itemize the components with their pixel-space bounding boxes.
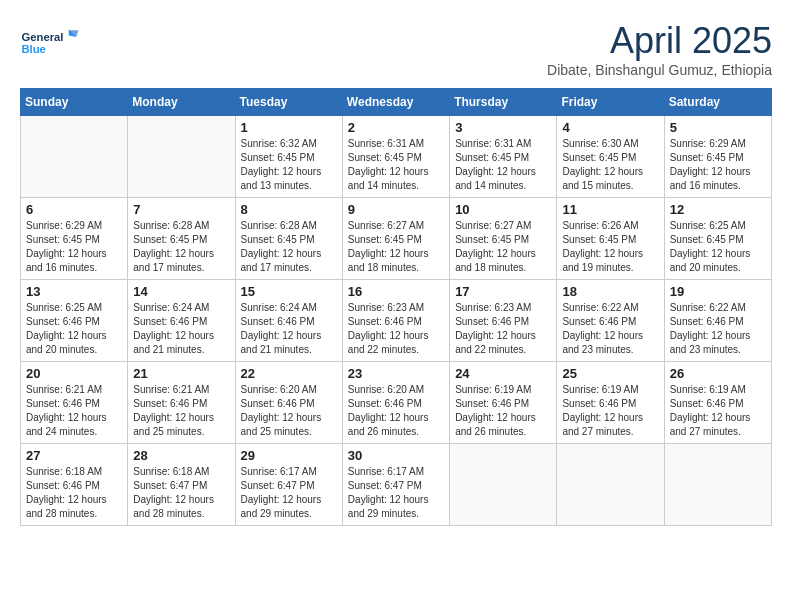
calendar-cell: 3Sunrise: 6:31 AM Sunset: 6:45 PM Daylig… <box>450 116 557 198</box>
calendar-cell: 24Sunrise: 6:19 AM Sunset: 6:46 PM Dayli… <box>450 362 557 444</box>
day-info: Sunrise: 6:25 AM Sunset: 6:45 PM Dayligh… <box>670 219 766 275</box>
svg-text:General: General <box>22 31 64 43</box>
weekday-header: Monday <box>128 89 235 116</box>
day-number: 2 <box>348 120 444 135</box>
day-number: 21 <box>133 366 229 381</box>
day-info: Sunrise: 6:29 AM Sunset: 6:45 PM Dayligh… <box>670 137 766 193</box>
calendar-cell: 18Sunrise: 6:22 AM Sunset: 6:46 PM Dayli… <box>557 280 664 362</box>
day-info: Sunrise: 6:25 AM Sunset: 6:46 PM Dayligh… <box>26 301 122 357</box>
calendar-cell: 14Sunrise: 6:24 AM Sunset: 6:46 PM Dayli… <box>128 280 235 362</box>
calendar-week-row: 6Sunrise: 6:29 AM Sunset: 6:45 PM Daylig… <box>21 198 772 280</box>
calendar-cell: 4Sunrise: 6:30 AM Sunset: 6:45 PM Daylig… <box>557 116 664 198</box>
calendar-cell <box>450 444 557 526</box>
day-info: Sunrise: 6:30 AM Sunset: 6:45 PM Dayligh… <box>562 137 658 193</box>
weekday-header: Thursday <box>450 89 557 116</box>
day-number: 26 <box>670 366 766 381</box>
day-info: Sunrise: 6:19 AM Sunset: 6:46 PM Dayligh… <box>670 383 766 439</box>
day-number: 11 <box>562 202 658 217</box>
day-info: Sunrise: 6:24 AM Sunset: 6:46 PM Dayligh… <box>241 301 337 357</box>
month-title: April 2025 <box>547 20 772 62</box>
calendar-cell: 25Sunrise: 6:19 AM Sunset: 6:46 PM Dayli… <box>557 362 664 444</box>
day-info: Sunrise: 6:23 AM Sunset: 6:46 PM Dayligh… <box>348 301 444 357</box>
day-info: Sunrise: 6:24 AM Sunset: 6:46 PM Dayligh… <box>133 301 229 357</box>
calendar-cell: 16Sunrise: 6:23 AM Sunset: 6:46 PM Dayli… <box>342 280 449 362</box>
day-number: 13 <box>26 284 122 299</box>
weekday-header: Tuesday <box>235 89 342 116</box>
day-info: Sunrise: 6:27 AM Sunset: 6:45 PM Dayligh… <box>455 219 551 275</box>
calendar-cell: 8Sunrise: 6:28 AM Sunset: 6:45 PM Daylig… <box>235 198 342 280</box>
day-number: 27 <box>26 448 122 463</box>
day-number: 17 <box>455 284 551 299</box>
day-number: 14 <box>133 284 229 299</box>
calendar-cell: 9Sunrise: 6:27 AM Sunset: 6:45 PM Daylig… <box>342 198 449 280</box>
day-info: Sunrise: 6:19 AM Sunset: 6:46 PM Dayligh… <box>455 383 551 439</box>
weekday-header: Saturday <box>664 89 771 116</box>
calendar-week-row: 20Sunrise: 6:21 AM Sunset: 6:46 PM Dayli… <box>21 362 772 444</box>
day-number: 9 <box>348 202 444 217</box>
day-number: 6 <box>26 202 122 217</box>
calendar-cell: 22Sunrise: 6:20 AM Sunset: 6:46 PM Dayli… <box>235 362 342 444</box>
day-number: 24 <box>455 366 551 381</box>
page-header: General Blue April 2025 Dibate, Binshang… <box>20 20 772 78</box>
calendar-cell: 17Sunrise: 6:23 AM Sunset: 6:46 PM Dayli… <box>450 280 557 362</box>
calendar-week-row: 13Sunrise: 6:25 AM Sunset: 6:46 PM Dayli… <box>21 280 772 362</box>
calendar-cell: 12Sunrise: 6:25 AM Sunset: 6:45 PM Dayli… <box>664 198 771 280</box>
day-number: 22 <box>241 366 337 381</box>
day-number: 3 <box>455 120 551 135</box>
calendar-cell <box>128 116 235 198</box>
calendar-cell: 1Sunrise: 6:32 AM Sunset: 6:45 PM Daylig… <box>235 116 342 198</box>
day-number: 30 <box>348 448 444 463</box>
calendar-cell: 26Sunrise: 6:19 AM Sunset: 6:46 PM Dayli… <box>664 362 771 444</box>
day-info: Sunrise: 6:21 AM Sunset: 6:46 PM Dayligh… <box>133 383 229 439</box>
day-info: Sunrise: 6:17 AM Sunset: 6:47 PM Dayligh… <box>241 465 337 521</box>
day-info: Sunrise: 6:31 AM Sunset: 6:45 PM Dayligh… <box>348 137 444 193</box>
day-info: Sunrise: 6:17 AM Sunset: 6:47 PM Dayligh… <box>348 465 444 521</box>
day-info: Sunrise: 6:31 AM Sunset: 6:45 PM Dayligh… <box>455 137 551 193</box>
day-info: Sunrise: 6:29 AM Sunset: 6:45 PM Dayligh… <box>26 219 122 275</box>
calendar-cell: 29Sunrise: 6:17 AM Sunset: 6:47 PM Dayli… <box>235 444 342 526</box>
calendar-cell <box>664 444 771 526</box>
day-number: 12 <box>670 202 766 217</box>
day-number: 7 <box>133 202 229 217</box>
day-info: Sunrise: 6:22 AM Sunset: 6:46 PM Dayligh… <box>562 301 658 357</box>
calendar-cell: 2Sunrise: 6:31 AM Sunset: 6:45 PM Daylig… <box>342 116 449 198</box>
day-info: Sunrise: 6:18 AM Sunset: 6:46 PM Dayligh… <box>26 465 122 521</box>
calendar-week-row: 27Sunrise: 6:18 AM Sunset: 6:46 PM Dayli… <box>21 444 772 526</box>
day-info: Sunrise: 6:22 AM Sunset: 6:46 PM Dayligh… <box>670 301 766 357</box>
calendar-cell: 11Sunrise: 6:26 AM Sunset: 6:45 PM Dayli… <box>557 198 664 280</box>
day-info: Sunrise: 6:20 AM Sunset: 6:46 PM Dayligh… <box>241 383 337 439</box>
calendar-cell: 5Sunrise: 6:29 AM Sunset: 6:45 PM Daylig… <box>664 116 771 198</box>
logo: General Blue <box>20 20 80 65</box>
calendar-cell: 28Sunrise: 6:18 AM Sunset: 6:47 PM Dayli… <box>128 444 235 526</box>
weekday-header: Wednesday <box>342 89 449 116</box>
calendar-cell: 7Sunrise: 6:28 AM Sunset: 6:45 PM Daylig… <box>128 198 235 280</box>
day-number: 28 <box>133 448 229 463</box>
calendar-cell: 21Sunrise: 6:21 AM Sunset: 6:46 PM Dayli… <box>128 362 235 444</box>
weekday-header: Sunday <box>21 89 128 116</box>
day-info: Sunrise: 6:21 AM Sunset: 6:46 PM Dayligh… <box>26 383 122 439</box>
calendar-cell: 13Sunrise: 6:25 AM Sunset: 6:46 PM Dayli… <box>21 280 128 362</box>
day-info: Sunrise: 6:32 AM Sunset: 6:45 PM Dayligh… <box>241 137 337 193</box>
day-number: 8 <box>241 202 337 217</box>
title-section: April 2025 Dibate, Binshangul Gumuz, Eth… <box>547 20 772 78</box>
day-number: 18 <box>562 284 658 299</box>
day-number: 5 <box>670 120 766 135</box>
day-number: 19 <box>670 284 766 299</box>
calendar-cell <box>21 116 128 198</box>
calendar-week-row: 1Sunrise: 6:32 AM Sunset: 6:45 PM Daylig… <box>21 116 772 198</box>
day-info: Sunrise: 6:27 AM Sunset: 6:45 PM Dayligh… <box>348 219 444 275</box>
calendar-cell: 19Sunrise: 6:22 AM Sunset: 6:46 PM Dayli… <box>664 280 771 362</box>
weekday-header: Friday <box>557 89 664 116</box>
day-number: 25 <box>562 366 658 381</box>
svg-text:Blue: Blue <box>22 43 46 55</box>
day-number: 4 <box>562 120 658 135</box>
day-number: 20 <box>26 366 122 381</box>
day-number: 15 <box>241 284 337 299</box>
logo-svg: General Blue <box>20 20 80 65</box>
day-number: 10 <box>455 202 551 217</box>
calendar-cell <box>557 444 664 526</box>
day-info: Sunrise: 6:23 AM Sunset: 6:46 PM Dayligh… <box>455 301 551 357</box>
day-number: 16 <box>348 284 444 299</box>
day-number: 1 <box>241 120 337 135</box>
day-info: Sunrise: 6:28 AM Sunset: 6:45 PM Dayligh… <box>133 219 229 275</box>
